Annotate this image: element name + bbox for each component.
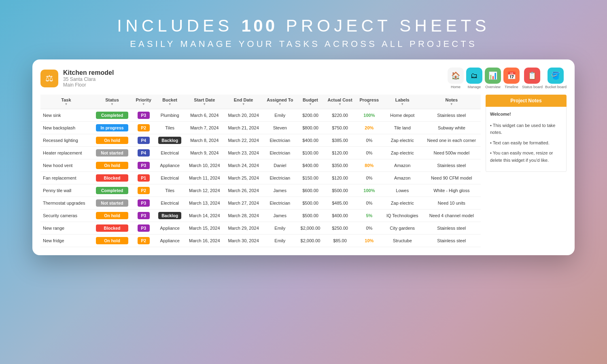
table-row: New backsplash In progress P2 Tiles Marc…: [40, 122, 481, 134]
nav-btn-manage[interactable]: 🗂 Manage: [466, 68, 482, 89]
page-header: INCLUDES 100 PROJECT SHEETS EASILY MANAG…: [117, 0, 490, 59]
cell-labels: Home depot: [382, 109, 422, 122]
progress-value: 5%: [366, 213, 372, 218]
progress-value: 0%: [366, 138, 372, 143]
col-priority[interactable]: Priority▼: [132, 95, 155, 109]
cell-priority: P3: [132, 159, 155, 172]
nav-btn-bucket-board[interactable]: 🪣 Bucket board: [545, 68, 567, 89]
status-badge: On hold: [96, 137, 128, 144]
progress-value: 0%: [366, 176, 372, 180]
cell-assigned: Electrician: [263, 197, 297, 210]
nav-icon-4: 📋: [524, 68, 540, 84]
col-bucket[interactable]: Bucket▼: [155, 95, 185, 109]
cell-task: New hood vent: [40, 159, 92, 172]
table-row: Recessed lighting On hold P4 Backlog Mar…: [40, 134, 481, 147]
cell-end-date: March 30, 2024: [224, 235, 263, 247]
cell-labels: Zap electric: [382, 134, 422, 147]
bucket-badge: Backlog: [158, 137, 181, 144]
cell-assigned: Emily: [263, 109, 297, 122]
cell-priority: P2: [132, 184, 155, 197]
col-progress[interactable]: Progress▼: [356, 95, 382, 109]
cell-labels: Zap electric: [382, 197, 422, 210]
col-actual-cost[interactable]: Actual Cost▼: [324, 95, 356, 109]
priority-badge: P3: [138, 162, 150, 169]
nav-label-1: Manage: [468, 85, 481, 89]
cell-end-date: March 26, 2024: [224, 184, 263, 197]
cell-end-date: March 27, 2024: [224, 197, 263, 210]
cell-start-date: March 10, 2024: [185, 159, 224, 172]
col-start-date[interactable]: Start Date▼: [185, 95, 224, 109]
cell-labels: Tile land: [382, 122, 422, 134]
cell-assigned: Electrician: [263, 147, 297, 159]
notes-welcome: Welcome!: [490, 111, 562, 118]
priority-badge: P2: [138, 124, 150, 131]
cell-priority: P3: [132, 222, 155, 235]
nav-icon-0: 🏠: [448, 68, 464, 84]
bucket-badge: Backlog: [158, 212, 181, 219]
cell-bucket: Electrical: [155, 197, 185, 210]
cell-assigned: Electrician: [263, 134, 297, 147]
cell-actual-cost: $350.00: [324, 159, 356, 172]
app-title: Kitchen remodel: [63, 69, 114, 76]
nav-btn-status-board[interactable]: 📋 Status board: [522, 68, 543, 89]
table-row: New sink Completed P3 Plumbing March 6, …: [40, 109, 481, 122]
cell-labels: Amazon: [382, 159, 422, 172]
cell-assigned: Electrician: [263, 172, 297, 184]
nav-icon-5: 🪣: [548, 68, 564, 84]
cell-actual-cost: $220.00: [324, 109, 356, 122]
cell-start-date: March 15, 2024: [185, 222, 224, 235]
progress-value: 100%: [363, 188, 375, 193]
cell-status: On hold: [92, 159, 132, 172]
cell-labels: Amazon: [382, 172, 422, 184]
status-badge: Not started: [96, 149, 128, 157]
cell-start-date: March 13, 2024: [185, 197, 224, 210]
col-labels[interactable]: Labels▼: [382, 95, 422, 109]
cell-notes: Stainless steel: [422, 235, 481, 247]
cell-assigned: Steven: [263, 122, 297, 134]
nav-btn-overview[interactable]: 📊 Overview: [485, 68, 501, 89]
cell-progress: 0%: [356, 172, 382, 184]
cell-bucket: Appliance: [155, 222, 185, 235]
cell-bucket: Tiles: [155, 122, 185, 134]
app-floor: Main Floor: [63, 82, 114, 88]
bucket-text: Plumbing: [161, 113, 179, 118]
cell-task: New backsplash: [40, 122, 92, 134]
cell-actual-cost: $750.00: [324, 122, 356, 134]
priority-badge: P2: [138, 237, 150, 244]
cell-progress: 0%: [356, 222, 382, 235]
cell-start-date: March 9, 2024: [185, 147, 224, 159]
col-status[interactable]: Status▼: [92, 95, 132, 109]
cell-notes: Stainless steel: [422, 159, 481, 172]
col-notes[interactable]: Notes▼: [422, 95, 481, 109]
table-row: New range Blocked P3 Appliance March 15,…: [40, 222, 481, 235]
cell-budget: $150.00: [297, 172, 324, 184]
nav-btn-home[interactable]: 🏠 Home: [448, 68, 464, 89]
bucket-text: Electrical: [161, 176, 179, 180]
cell-assigned: James: [263, 210, 297, 222]
col-task[interactable]: Task▼: [40, 95, 92, 109]
status-badge: In progress: [96, 124, 128, 131]
cell-actual-cost: $500.00: [324, 184, 356, 197]
progress-value: 100%: [363, 113, 375, 118]
cell-notes: Subway white: [422, 122, 481, 134]
cell-bucket: Appliance: [155, 159, 185, 172]
table-header: Task▼ Status▼ Priority▼ Bucket▼ Start Da…: [40, 95, 481, 109]
cell-budget: $100.00: [297, 147, 324, 159]
task-table: Task▼ Status▼ Priority▼ Bucket▼ Start Da…: [40, 95, 481, 247]
cell-priority: P3: [132, 210, 155, 222]
priority-badge: P3: [138, 224, 150, 232]
cell-progress: 20%: [356, 122, 382, 134]
status-badge: On hold: [96, 162, 128, 169]
bucket-text: Electrical: [161, 150, 179, 155]
nav-btn-timeline[interactable]: 📅 Timeline: [503, 68, 520, 89]
cell-assigned: James: [263, 184, 297, 197]
col-assigned[interactable]: Assigned To▼: [263, 95, 297, 109]
priority-badge: P1: [138, 174, 150, 182]
cell-bucket: Backlog: [155, 210, 185, 222]
nav-icon-1: 🗂: [466, 68, 482, 84]
col-budget[interactable]: Budget▼: [297, 95, 324, 109]
col-end-date[interactable]: End Date▼: [224, 95, 263, 109]
cell-budget: $400.00: [297, 159, 324, 172]
cell-labels: Structube: [382, 235, 422, 247]
cell-actual-cost: $120.00: [324, 172, 356, 184]
